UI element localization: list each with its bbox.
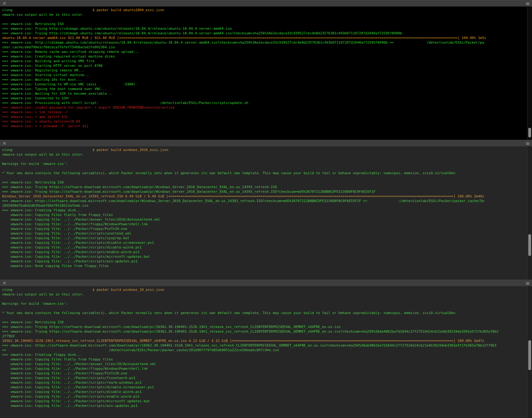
terminal-line [2, 166, 527, 171]
terminal-line: ==> vmware-iso: + + echoawk -F. {print $… [2, 124, 527, 128]
terminal-line: Windows_Server_2016_Datacenter_EVAL_en-u… [2, 194, 527, 199]
scrollbar-thumb[interactable] [528, 234, 531, 256]
terminal-line: clong $ packer build ubuntu1804_esxi.jso… [2, 8, 527, 12]
close-icon[interactable]: × [2, 140, 7, 147]
terminal-line [2, 306, 527, 311]
terminal-line: vmware-iso: Copying file: ../../Packer/f… [2, 366, 527, 371]
terminal-line: cker_cache/e6d790e1cf0dcbca7fefef75468ac… [2, 45, 527, 50]
terminal-line: vmware-iso: Copying file: ../../Packer/s… [2, 376, 527, 380]
scrollbar-thumb[interactable] [528, 128, 531, 137]
menu-icon[interactable]: ≡ [525, 0, 530, 7]
terminal-line: ==> vmware-iso: + lsb_release -r [2, 110, 527, 114]
terminal-line: vmware-iso: Copying files flatly from fl… [2, 213, 527, 217]
terminal-line: 18362.30.190401-1528.19h1_release_svc_re… [2, 338, 527, 343]
terminal-line: ==> vmware-iso: Creating required virtua… [2, 54, 527, 59]
terminal-line: ==> vmware-iso: Creating floppy disk... [2, 208, 527, 213]
pane-titlebar[interactable]: × ≡ [0, 280, 532, 286]
terminal-line: vmware-iso: Copying file: ../../Packer/s… [2, 250, 527, 254]
terminal-line: ==> vmware-iso: Creating floppy disk... [2, 352, 527, 357]
terminal-line: vmware-iso: Copying file: ../../Packer/s… [2, 240, 527, 245]
terminal-pane-windows2016: × ≡ clong $ packer build windows_2016_es… [0, 140, 532, 280]
pane-titlebar[interactable]: × ≡ [0, 0, 532, 6]
scrollbar [527, 146, 532, 280]
terminal-line: clong $ packer build windows_2016_esxi.j… [2, 148, 527, 152]
terminal-line: ==> vmware-iso: Typing the boot command … [2, 87, 527, 91]
terminal-line [2, 297, 527, 301]
terminal-line: ==> vmware-iso: Starting virtual machine… [2, 73, 527, 77]
close-icon[interactable]: × [2, 0, 7, 7]
terminal-line: vmware-iso: Copying file: ../../Packer/s… [2, 245, 527, 250]
terminal-line: vmware-iso: Copying file: ../../Packer/s… [2, 399, 527, 403]
terminal-pane-ubuntu1804: × ≡ clong $ packer build ubuntu1804_esxi… [0, 0, 532, 140]
terminal-line: ==> vmware-iso: Building and writing VMX… [2, 59, 527, 63]
terminal-line: ==> vmware-iso: https://software-downloa… [2, 343, 527, 348]
terminal-line: ==> vmware-iso: Trying https://software-… [2, 325, 527, 329]
terminal-line: vmware-iso output will be in this color. [2, 12, 527, 17]
terminal-line: vmware-iso: Copying file: ../../Packer/s… [2, 259, 527, 264]
scrollbar [527, 286, 532, 418]
terminal-line: ==> vmware-iso: Trying https://software-… [2, 329, 527, 334]
terminal-line: vmware-iso output will be in this color. [2, 292, 527, 297]
close-icon[interactable]: × [2, 280, 7, 287]
terminal-line: vmware-iso: Copying file: ../../Packer/f… [2, 226, 527, 231]
terminal-line: ==> vmware-iso: Trying https://software-… [2, 189, 527, 194]
terminal-pane-windows10: × ≡ clong $ packer build windows_10_esxi… [0, 280, 532, 418]
pane-titlebar[interactable]: × ≡ [0, 140, 532, 146]
terminal-line: vmware-iso: Copying file: ../../Packer/s… [2, 390, 527, 394]
terminal-line: vmware-iso: Copying file: ../../Packer/s… [2, 236, 527, 240]
terminal-line: ==> vmware-iso: Trying http://cdimage.ub… [2, 26, 527, 31]
terminal-line: ==> vmware-iso: Remote cache was verifie… [2, 50, 527, 54]
terminal-line: 1055098d7ba8d2d635babf6bb76518512afbde.i… [2, 203, 527, 208]
terminal-line: vmware-iso: Copying file: ../../Packer/f… [2, 371, 527, 376]
terminal-line [2, 315, 527, 320]
terminal-line: ==> vmware-iso: https://software-downloa… [2, 199, 527, 203]
terminal-line: vmware-iso: Copying file: ../../Packer/a… [2, 362, 527, 366]
menu-icon[interactable]: ≡ [525, 280, 530, 287]
terminal-output[interactable]: clong $ packer build windows_10_esxi.jso… [0, 286, 527, 418]
terminal-line [2, 175, 527, 180]
terminal-line: ==> vmware-iso: + ubuntu_version=18.04 [2, 119, 527, 124]
terminal-line: clong $ packer build windows_10_esxi.jso… [2, 287, 527, 292]
scrollbar-thumb[interactable] [528, 340, 531, 370]
terminal-line: Warnings for build 'vmware-iso': [2, 162, 527, 166]
terminal-output[interactable]: clong $ packer build windows_2016_esxi.j… [0, 146, 527, 280]
terminal-line [2, 157, 527, 162]
terminal-line: ==> vmware-iso: Waiting for SSH to becom… [2, 91, 527, 96]
terminal-line: ==> vmware-iso: Retrieving ISO [2, 22, 527, 26]
terminal-line: ==> vmware-iso: Provisioning with shell … [2, 101, 527, 105]
terminal-line: ==> vmware-iso: Retrieving ISO [2, 320, 527, 325]
terminal-line: vmware-iso: Done copying files from flop… [2, 264, 527, 268]
terminal-line: vmware-iso: Copying file: ../../Packer/s… [2, 380, 527, 385]
terminal-line: vmware-iso: Copying file: ../../Packer/f… [2, 222, 527, 226]
terminal-output[interactable]: clong $ packer build ubuntu1804_esxi.jso… [0, 6, 527, 140]
terminal-line [2, 17, 527, 22]
terminal-line: ==> vmware-iso: Waiting 10s for boot... [2, 77, 527, 82]
terminal-line: vmware-iso: Copying file: ../../Packer/s… [2, 394, 527, 399]
menu-icon[interactable]: ≡ [525, 140, 530, 147]
terminal-line: vmware-iso: Copying file: ../../Packer/s… [2, 254, 527, 259]
terminal-line: vmware-iso: Copying file: ../../Packer/s… [2, 403, 527, 408]
terminal-line: ==> vmware-iso: http://cdimage.ubuntu.co… [2, 40, 527, 45]
terminal-line: ubuntu-18.04.4-server-amd64.iso 921.00 M… [2, 36, 527, 40]
terminal-line: ==> vmware-iso: [sudo] password for vagr… [2, 105, 527, 110]
terminal-line: vmware-iso: Copying file: ../../Packer/s… [2, 231, 527, 236]
terminal-line: * Your vmx data contains the following v… [2, 311, 527, 315]
terminal-line: vmware-iso: Copying files flatly from fl… [2, 357, 527, 362]
terminal-line: ==> vmware-iso: Connected to SSH! [2, 96, 527, 101]
terminal-line: vmware-iso: Copying file: ../../Packer/a… [2, 217, 527, 222]
terminal-line: ==> vmware-iso: Retrieving ISO [2, 180, 527, 185]
terminal-line: => /detectionlab/ESXi/Packer/packer_cach… [2, 348, 527, 352]
terminal-line: ==> vmware-iso: Connecting to VM via VNC… [2, 82, 527, 87]
terminal-line: Warnings for build 'vmware-iso': [2, 301, 527, 306]
terminal-line: ==> vmware-iso: Starting HTTP server on … [2, 63, 527, 68]
terminal-line: * Your vmx data contains the following v… [2, 171, 527, 175]
scrollbar [527, 6, 532, 140]
terminal-line: ==> vmware-iso: + awk {print $2} [2, 114, 527, 119]
terminal-line: ==> vmware-iso: Registering remote VM... [2, 68, 527, 73]
terminal-line: vmware-iso output will be in this color. [2, 152, 527, 157]
terminal-line: vmware-iso: Copying file: ../../Packer/s… [2, 385, 527, 390]
terminal-line: ==> vmware-iso: Trying http://cdimage.ub… [2, 31, 527, 36]
terminal-line: 2f79b3 [2, 334, 527, 338]
terminal-line: ==> vmware-iso: Trying https://software-… [2, 185, 527, 189]
